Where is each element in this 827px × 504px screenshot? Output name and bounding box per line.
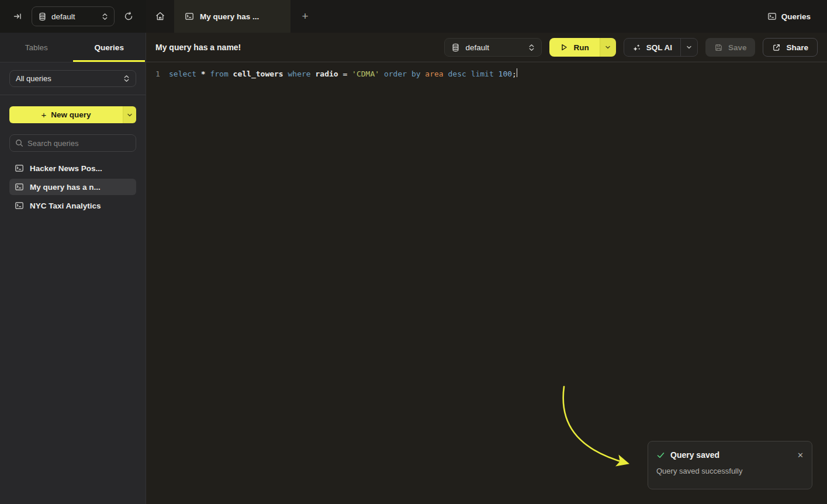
home-icon	[155, 11, 165, 22]
sql-ai-options-button[interactable]	[680, 39, 697, 56]
console-icon	[15, 164, 24, 173]
run-options-button[interactable]	[600, 38, 616, 57]
console-icon	[767, 12, 777, 21]
query-list-item[interactable]: NYC Taxi Analytics	[9, 197, 136, 214]
tab-tables[interactable]: Tables	[0, 33, 73, 62]
search-queries-input[interactable]	[27, 139, 130, 148]
toast-notification: Query saved ✕ Query saved successfully	[648, 441, 812, 489]
database-icon	[451, 43, 460, 52]
queries-panel-label: Queries	[781, 12, 811, 21]
tab-title: My query has ...	[200, 12, 259, 21]
query-item-label: Hacker News Pos...	[30, 164, 102, 173]
query-toolbar: My query has a name! default	[146, 33, 827, 62]
saved-query-list: Hacker News Pos... My query has a n...	[9, 160, 136, 214]
chevron-down-icon	[605, 44, 611, 50]
chevron-down-icon	[127, 112, 133, 118]
sidebar: Tables Queries All queries + New	[0, 33, 146, 504]
play-icon	[560, 43, 568, 51]
new-query-split-button: + New query	[9, 106, 136, 123]
main-area: My query has a name! default	[146, 33, 827, 504]
database-icon	[38, 12, 47, 21]
sql-token: *	[201, 69, 210, 78]
home-button[interactable]	[146, 0, 174, 33]
database-selector-value: default	[51, 12, 97, 21]
new-tab-button[interactable]: +	[290, 0, 320, 33]
run-split-button: Run	[549, 38, 615, 57]
annotation-arrow	[146, 62, 827, 503]
tab-strip: My query has ... +	[146, 0, 767, 33]
sql-ai-label: SQL AI	[646, 43, 672, 52]
query-tab-icon	[185, 12, 194, 21]
console-icon	[15, 182, 24, 192]
plus-icon: +	[41, 110, 46, 120]
run-label: Run	[573, 43, 589, 52]
chevron-updown-icon	[123, 75, 130, 82]
sidebar-body: All queries + New query	[0, 62, 146, 504]
toast-message: Query saved successfully	[656, 467, 804, 475]
query-title: My query has a name!	[155, 43, 241, 52]
save-button[interactable]: Save	[705, 38, 756, 57]
check-icon	[656, 451, 665, 460]
connection-selector[interactable]: default	[444, 38, 542, 57]
tab-my-query[interactable]: My query has ...	[174, 0, 290, 33]
chevron-down-icon	[686, 44, 692, 50]
new-query-dropdown-button[interactable]	[123, 106, 136, 123]
database-selector[interactable]: default	[32, 6, 115, 26]
query-item-label: My query has a n...	[30, 183, 101, 192]
sidebar-tabs: Tables Queries	[0, 33, 146, 62]
sql-token: select	[169, 69, 201, 78]
query-item-label: NYC Taxi Analytics	[30, 201, 101, 210]
sql-token: by	[411, 69, 425, 78]
query-list-item[interactable]: Hacker News Pos...	[9, 160, 136, 176]
sql-token: cell_towers	[233, 69, 288, 78]
top-bar-right: Queries	[767, 0, 827, 33]
sidebar-divider	[0, 95, 146, 95]
query-list-item-selected[interactable]: My query has a n...	[9, 179, 136, 195]
sql-editor[interactable]: 1 select * from cell_towers where radio …	[146, 62, 827, 504]
text-cursor	[517, 68, 518, 77]
sql-query-text: select * from cell_towers where radio = …	[169, 68, 517, 80]
sidebar-header: default	[0, 0, 146, 33]
search-queries-box	[9, 134, 136, 152]
sparkles-icon	[632, 43, 641, 52]
connection-selector-value: default	[465, 43, 523, 52]
save-label: Save	[728, 43, 747, 52]
query-filter-select[interactable]: All queries	[9, 70, 136, 87]
new-query-button[interactable]: + New query	[9, 106, 123, 123]
code-line: 1 select * from cell_towers where radio …	[146, 68, 827, 80]
query-filter-value: All queries	[16, 74, 119, 83]
sql-token: limit	[471, 69, 499, 78]
sql-ai-split-button: SQL AI	[624, 38, 698, 57]
sql-ai-button[interactable]: SQL AI	[624, 39, 680, 56]
new-query-label: New query	[51, 110, 91, 119]
console-icon	[15, 201, 24, 210]
save-icon	[714, 43, 723, 52]
share-label: Share	[786, 43, 808, 52]
chevron-updown-icon	[102, 13, 108, 20]
share-button[interactable]: Share	[763, 38, 818, 57]
sql-token: radio	[315, 69, 342, 78]
toast-title: Query saved	[670, 450, 792, 460]
refresh-button[interactable]	[120, 8, 137, 25]
line-number: 1	[146, 68, 169, 80]
tab-queries[interactable]: Queries	[73, 33, 146, 62]
sql-token: 100	[499, 69, 512, 78]
sql-token: where	[288, 69, 316, 78]
search-icon	[15, 139, 23, 147]
sql-console-app: default	[0, 0, 827, 504]
share-icon	[772, 43, 781, 52]
toast-close-button[interactable]: ✕	[797, 451, 804, 459]
sql-token: =	[342, 69, 352, 78]
chevron-updown-icon	[528, 44, 535, 51]
collapse-sidebar-button[interactable]	[9, 8, 26, 25]
refresh-icon	[124, 12, 133, 21]
top-bar: default	[0, 0, 827, 33]
collapse-sidebar-icon	[13, 12, 22, 21]
sql-token: from	[210, 69, 233, 78]
sql-token: area	[425, 69, 448, 78]
queries-panel-toggle[interactable]: Queries	[767, 12, 811, 21]
sql-token: desc	[448, 69, 471, 78]
sql-token: order	[384, 69, 411, 78]
run-button[interactable]: Run	[549, 38, 599, 57]
sql-token: 'CDMA'	[352, 69, 384, 78]
